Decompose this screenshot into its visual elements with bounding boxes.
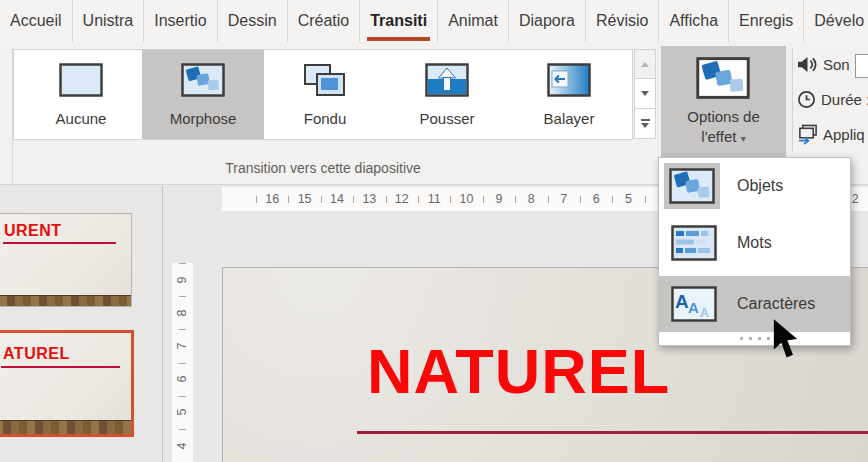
active-tab-underline — [367, 37, 430, 41]
v-ruler-number: 4 — [172, 429, 193, 462]
effect-options-dropdown: Objets Mots AAA Caractères — [658, 157, 851, 346]
morph-objects-icon — [669, 168, 715, 204]
ribbon-group-label: Transition vers cette diapositive — [13, 160, 633, 176]
gallery-scroll-up-button[interactable] — [634, 49, 656, 79]
slide-title[interactable]: NATUREL — [367, 340, 670, 403]
transition-item-balayer[interactable]: Balayer — [508, 50, 630, 139]
ribbon-tab-label: Diapora — [519, 12, 575, 30]
dropdown-arrow-icon: ▾ — [741, 133, 746, 144]
ribbon-tab-enregis[interactable]: Enregis — [729, 0, 804, 42]
vertical-ruler: 987654 — [172, 263, 193, 462]
h-ruler-number: 12 — [386, 187, 418, 211]
ribbon-tab-label: Transiti — [370, 12, 427, 30]
ribbon-tab-label: Enregis — [739, 12, 793, 30]
clock-icon — [797, 90, 816, 109]
panel-splitter[interactable] — [162, 186, 163, 462]
sound-row: Son : — [797, 55, 858, 74]
ribbon-tab-label: Animat — [448, 12, 498, 30]
transition-item-fondu[interactable]: Fondu — [264, 50, 386, 139]
ribbon-tab-label: Accueil — [10, 12, 62, 30]
h-ruler-number: 15 — [288, 187, 320, 211]
ribbon-tab-label: Révisio — [596, 12, 648, 30]
sound-label: Son : — [823, 56, 858, 73]
thumbnail-wood-floor — [0, 420, 131, 434]
morph-characters-icon: AAA — [671, 286, 717, 322]
h-ruler-number: 14 — [321, 187, 353, 211]
morph-words-icon — [671, 225, 717, 261]
up-arrow-icon — [641, 62, 649, 67]
svg-text:A: A — [700, 306, 709, 320]
gallery-scroll-controls — [634, 49, 656, 141]
h-ruler-number: 13 — [353, 187, 385, 211]
transition-item-morphose[interactable]: Morphose — [142, 50, 264, 139]
none-transition-icon — [59, 63, 103, 97]
transition-item-aucune[interactable]: Aucune — [20, 50, 142, 139]
down-arrow-icon — [641, 123, 649, 128]
morph-effect-icon — [696, 55, 750, 101]
duration-row: Durée : — [797, 90, 868, 109]
transition-label: Balayer — [508, 110, 630, 127]
svg-text:A: A — [688, 299, 699, 316]
slide-thumbnail-1[interactable]: URENT — [0, 213, 132, 307]
ribbon-tab-créatio[interactable]: Créatio — [288, 0, 361, 42]
ribbon-tab-insertio[interactable]: Insertio — [144, 0, 217, 42]
dropdown-item-label: Objets — [737, 177, 783, 195]
ribbon-tab-label: Insertio — [154, 12, 206, 30]
ribbon-tab-afficha[interactable]: Afficha — [659, 0, 729, 42]
dropdown-item-objets[interactable]: Objets — [659, 162, 850, 210]
ribbon-tab-unistra[interactable]: Unistra — [73, 0, 145, 42]
h-ruler-number: 10 — [450, 187, 482, 211]
selected-icon-highlight — [664, 163, 720, 209]
transition-label: Aucune — [20, 110, 142, 127]
ribbon-tab-accueil[interactable]: Accueil — [0, 0, 73, 42]
dropdown-item-mots[interactable]: Mots — [659, 222, 850, 264]
transition-label: Pousser — [386, 110, 508, 127]
apply-to-all-row[interactable]: Appliq — [797, 124, 865, 145]
h-ruler-number: 7 — [548, 187, 580, 211]
transition-gallery: Aucune Morphose Fondu Pousser Balayer — [13, 49, 633, 140]
thumbnail-title-text: URENT — [4, 222, 62, 240]
slide-thumbnail-2-selected[interactable]: ATUREL — [0, 330, 134, 437]
effect-options-button[interactable]: Options de l'effet ▾ — [661, 46, 786, 157]
fade-transition-icon — [303, 63, 347, 97]
powerpoint-window: Accueil Unistra Insertio Dessin Créatio … — [0, 0, 868, 462]
thumbnail-wood-floor — [0, 295, 131, 306]
ribbon-tab-bar: Accueil Unistra Insertio Dessin Créatio … — [0, 0, 868, 42]
effect-options-label-line1: Options de — [661, 108, 786, 125]
ribbon-tab-label: Afficha — [669, 12, 718, 30]
more-bar-icon — [641, 119, 650, 121]
gallery-scroll-down-button[interactable] — [634, 79, 656, 109]
gallery-more-button[interactable] — [634, 109, 656, 139]
ribbon-tab-dévelo[interactable]: Dévelo — [804, 0, 868, 42]
dropdown-item-caractères[interactable]: AAA Caractères — [659, 276, 850, 332]
thumbnail-title-rule — [1, 366, 120, 368]
group-separator — [792, 48, 793, 152]
dropdown-item-label: Caractères — [737, 295, 815, 313]
thumbnail-title-text: ATUREL — [3, 345, 70, 363]
effect-options-label-line2: l'effet ▾ — [661, 128, 786, 145]
sound-dropdown-field[interactable] — [855, 54, 868, 78]
ribbon-tab-dessin[interactable]: Dessin — [218, 0, 288, 42]
transition-item-pousser[interactable]: Pousser — [386, 50, 508, 139]
ribbon-tab-diapora[interactable]: Diapora — [509, 0, 586, 42]
dropdown-item-label: Mots — [737, 234, 772, 252]
wipe-transition-icon — [547, 63, 591, 97]
v-ruler-number: 5 — [172, 396, 193, 429]
apply-to-all-icon — [797, 124, 818, 145]
mouse-cursor — [770, 318, 804, 364]
apply-to-all-label: Appliq — [823, 126, 865, 143]
push-transition-icon — [425, 63, 469, 97]
thumbnail-title-rule — [3, 242, 116, 244]
ribbon-tab-label: Dessin — [228, 12, 277, 30]
ribbon-tab-label: Créatio — [298, 12, 350, 30]
ribbon-tab-animat[interactable]: Animat — [438, 0, 509, 42]
svg-text:A: A — [675, 291, 689, 312]
speaker-icon — [797, 55, 818, 74]
ribbon-tab-révisio[interactable]: Révisio — [586, 0, 659, 42]
v-ruler-number: 7 — [172, 329, 193, 362]
h-ruler-number: 6 — [580, 187, 612, 211]
ribbon-tab-transiti[interactable]: Transiti — [360, 0, 438, 42]
h-ruler-number: 5 — [612, 187, 644, 211]
transition-label: Morphose — [142, 110, 264, 127]
slide-title-rule — [357, 431, 868, 434]
